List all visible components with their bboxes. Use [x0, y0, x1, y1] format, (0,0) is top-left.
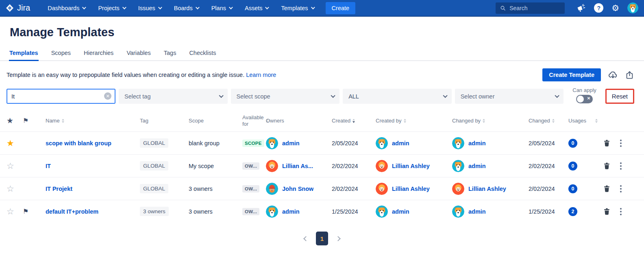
usages-count-badge[interactable]: 0 — [568, 184, 577, 193]
favorite-star-icon[interactable] — [7, 207, 14, 216]
settings-gear-icon[interactable]: ⚙ — [611, 4, 619, 12]
created-date: 2/02/2024 — [332, 186, 358, 192]
changed-date: 1/25/2024 — [529, 208, 555, 215]
created-by-link[interactable]: Lillian Ashley — [392, 186, 430, 192]
nav-projects[interactable]: Projects — [93, 2, 130, 15]
chevron-down-icon — [219, 93, 223, 98]
header-created[interactable]: Created — [332, 118, 376, 124]
nav-assets[interactable]: Assets — [239, 2, 274, 15]
header-usages[interactable]: Usages — [568, 118, 598, 124]
dog-avatar-icon — [452, 206, 464, 218]
favorite-star-icon[interactable] — [7, 161, 14, 171]
nav-create-button[interactable]: Create — [326, 2, 356, 14]
changed-by-link[interactable]: admin — [468, 208, 486, 215]
tab-scopes[interactable]: Scopes — [51, 46, 71, 61]
more-actions-kebab-icon[interactable] — [619, 184, 622, 193]
templates-table: ★ ⚑ Name Tag Scope Available for Owners … — [0, 110, 644, 223]
global-search-placeholder: Search — [509, 5, 527, 11]
select-type-dropdown[interactable]: ALL — [343, 89, 452, 104]
export-share-icon[interactable] — [625, 70, 634, 80]
tag-badge: 3 owners — [140, 207, 169, 216]
announcements-icon[interactable] — [576, 3, 586, 13]
header-owners: Owners — [266, 118, 332, 124]
changed-by-link[interactable]: admin — [468, 163, 486, 169]
available-for-badge: SCOPE — [242, 140, 264, 147]
header-available-for[interactable]: Available for — [242, 114, 266, 128]
learn-more-link[interactable]: Learn more — [246, 72, 276, 78]
prev-page-icon[interactable] — [303, 236, 309, 241]
select-owner-dropdown[interactable]: Select owner — [455, 89, 564, 104]
tab-variables[interactable]: Variables — [126, 46, 151, 61]
created-by-link[interactable]: admin — [392, 208, 409, 215]
tab-tags[interactable]: Tags — [163, 46, 177, 61]
nav-templates[interactable]: Templates — [276, 2, 319, 15]
header-name[interactable]: Name — [39, 118, 140, 124]
create-template-button[interactable]: Create Template — [542, 68, 601, 81]
search-icon — [500, 5, 506, 11]
template-name-link[interactable]: IT Projekt — [39, 186, 72, 192]
template-name-link[interactable]: default IT+problem — [39, 208, 98, 215]
import-cloud-download-icon[interactable] — [608, 70, 618, 80]
brand-label: Jira — [17, 3, 30, 13]
tab-hierarchies[interactable]: Hierarchies — [83, 46, 114, 61]
header-changed[interactable]: Changed — [529, 118, 568, 124]
template-search-input[interactable] — [7, 89, 115, 104]
delete-trash-icon[interactable] — [603, 139, 611, 147]
changed-by-link[interactable]: Lillian Ashley — [468, 186, 506, 192]
more-actions-kebab-icon[interactable] — [619, 139, 622, 148]
toggle-off-x-icon: ✕ — [587, 96, 590, 101]
woman-avatar-icon — [376, 160, 388, 172]
delete-trash-icon[interactable] — [603, 162, 611, 170]
nav-dashboards[interactable]: Dashboards — [42, 2, 90, 15]
table-row: scope with blank group GLOBAL blank grou… — [0, 131, 644, 154]
clear-search-icon[interactable]: ✕ — [104, 92, 111, 100]
owner-link[interactable]: admin — [282, 208, 300, 215]
select-tag-dropdown[interactable]: Select tag — [119, 89, 228, 104]
flag-column-icon: ⚑ — [23, 117, 28, 125]
more-actions-kebab-icon[interactable] — [619, 207, 622, 216]
table-header-row: ★ ⚑ Name Tag Scope Available for Owners … — [0, 110, 644, 131]
favorite-star-icon[interactable] — [7, 184, 14, 194]
current-page-button[interactable]: 1 — [316, 232, 328, 245]
woman-avatar-icon — [376, 183, 388, 195]
can-apply-toggle[interactable]: ✕ — [576, 95, 593, 103]
changed-by-link[interactable]: admin — [468, 140, 486, 146]
nav-boards[interactable]: Boards — [169, 2, 204, 15]
header-changed-by[interactable]: Changed by — [452, 118, 529, 124]
owner-link[interactable]: John Snow — [282, 186, 313, 192]
page-title: Manage Templates — [0, 17, 644, 40]
favorite-star-icon[interactable] — [7, 138, 14, 148]
nav-plans[interactable]: Plans — [206, 2, 237, 15]
usages-count-badge[interactable]: 2 — [568, 207, 577, 216]
delete-trash-icon[interactable] — [603, 207, 611, 216]
nav-issues[interactable]: Issues — [133, 2, 166, 15]
delete-trash-icon[interactable] — [603, 184, 611, 193]
reset-button[interactable]: Reset — [605, 89, 634, 104]
flag-icon[interactable] — [23, 208, 28, 215]
created-by-link[interactable]: admin — [392, 140, 409, 146]
tab-checklists[interactable]: Checklists — [189, 46, 216, 61]
template-name-link[interactable]: scope with blank group — [39, 140, 111, 146]
template-name-link[interactable]: IT — [39, 163, 51, 169]
available-for-badge: OW... — [242, 185, 259, 192]
header-created-by[interactable]: Created by — [376, 118, 452, 124]
tab-bar: Templates Scopes Hierarchies Variables T… — [0, 46, 644, 61]
owner-link[interactable]: Lillian As... — [282, 163, 313, 169]
tab-templates[interactable]: Templates — [9, 46, 39, 61]
jira-logo[interactable]: Jira — [5, 3, 30, 13]
global-search-input[interactable]: Search — [496, 2, 565, 14]
usages-count-badge[interactable]: 0 — [568, 139, 577, 148]
scope-value: 3 owners — [189, 186, 213, 192]
next-page-icon[interactable] — [335, 236, 341, 241]
scope-value: 3 owners — [189, 208, 213, 215]
dog-avatar-icon — [452, 160, 464, 172]
usages-count-badge[interactable]: 0 — [568, 162, 577, 171]
dog-avatar-icon — [266, 206, 278, 218]
woman-avatar-icon — [452, 183, 464, 195]
help-icon[interactable]: ? — [594, 3, 603, 13]
user-avatar[interactable] — [627, 2, 638, 13]
owner-link[interactable]: admin — [282, 140, 300, 146]
created-by-link[interactable]: Lillian Ashley — [392, 163, 430, 169]
more-actions-kebab-icon[interactable] — [619, 162, 622, 171]
select-scope-dropdown[interactable]: Select scope — [231, 89, 340, 104]
